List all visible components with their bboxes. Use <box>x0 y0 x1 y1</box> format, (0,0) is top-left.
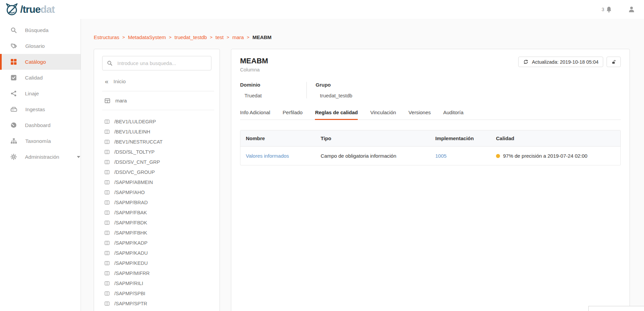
bell-icon <box>606 6 612 13</box>
notifications-button[interactable]: 3 <box>602 6 612 13</box>
updated-label: Actualizada: 2019-10-18 05:04 <box>532 59 598 65</box>
table-row: Valores informados Campo de obligatoria … <box>240 147 620 165</box>
sidebar-item-label: Calidad <box>25 75 43 81</box>
tree-item[interactable]: /SAPMP/SPBI <box>102 288 214 299</box>
column-icon <box>105 210 110 215</box>
tree-item[interactable]: /SAPMP/KEDU <box>102 258 214 268</box>
unlock-icon <box>611 59 616 65</box>
refresh-updated-button[interactable]: Actualizada: 2019-10-18 05:04 <box>518 57 603 67</box>
tree-item[interactable]: /BEV1/NESTRUCCAT <box>102 137 214 147</box>
column-icon <box>105 301 110 306</box>
tree-item-label: /BEV1/LULEINH <box>114 129 150 134</box>
tree-item[interactable]: /SAPMP/RILI <box>102 278 214 288</box>
column-icon <box>105 271 110 276</box>
breadcrumb-separator: > <box>210 35 213 40</box>
user-avatar-icon[interactable] <box>628 6 635 13</box>
tab-versiones[interactable]: Versiones <box>409 110 431 120</box>
field-label: Grupo <box>316 82 352 88</box>
truedat-logo[interactable]: /truedat <box>5 2 55 17</box>
owl-icon <box>5 2 19 17</box>
tab-auditoria[interactable]: Auditoría <box>443 110 463 120</box>
sidebar-item-dashboard[interactable]: Dashboard <box>0 117 81 133</box>
tree-item-label: /BEV1/LULDEGRP <box>114 119 156 124</box>
quality-cell: 97% de precisión a 2019-07-24 02:00 <box>491 147 620 165</box>
tree-item-label: /DSD/SV_CNT_GRP <box>114 159 160 165</box>
lock-toggle-button[interactable] <box>607 57 621 67</box>
breadcrumb-link-mara[interactable]: mara <box>232 34 244 40</box>
tree-item[interactable]: /SAPMP/KADP <box>102 238 214 248</box>
tab-perfilado[interactable]: Perfilado <box>283 110 302 120</box>
sidebar-item-linaje[interactable]: Linaje <box>0 86 81 101</box>
column-icon <box>105 281 110 286</box>
gauge-icon <box>10 122 17 128</box>
tab-vinculacion[interactable]: Vinculación <box>370 110 396 120</box>
tree-item[interactable]: /DSD/VC_GROUP <box>102 167 214 177</box>
column-icon <box>105 190 110 195</box>
field-dominio: Dominio Truedat <box>240 82 307 98</box>
sidebar-item-label: Búsqueda <box>25 27 49 33</box>
tree-item[interactable]: /SAPMP/SPTR <box>102 299 214 309</box>
tree-item[interactable]: /SAPMP/FBAK <box>102 208 214 218</box>
sidebar-item-administracion[interactable]: Administración <box>0 149 81 165</box>
tab-reglas-de-calidad[interactable]: Reglas de calidad <box>315 110 358 120</box>
quality-text: 97% de precisión a 2019-07-24 02:00 <box>503 153 587 159</box>
breadcrumb-link-metadatasystem[interactable]: MetadataSystem <box>128 34 166 40</box>
field-value: truedat_testdb <box>316 93 352 98</box>
tree-item[interactable]: /SAPMP/FBDK <box>102 218 214 228</box>
sidebar-item-busqueda[interactable]: Búsqueda <box>0 22 81 38</box>
breadcrumb-separator: > <box>227 35 229 40</box>
sidebar-item-label: Glosario <box>25 43 45 49</box>
tree-item[interactable]: /BEV1/LULDEGRP <box>102 117 214 127</box>
implementation-link[interactable]: 1005 <box>430 147 491 165</box>
tree-item[interactable]: /BEV1/LULEINH <box>102 127 214 137</box>
column-icon <box>105 200 110 205</box>
breadcrumb-link-truedat-testdb[interactable]: truedat_testdb <box>175 34 207 40</box>
tree-item[interactable]: /SAPMP/AHO <box>102 187 214 197</box>
divider <box>102 110 214 110</box>
sidebar-item-label: Administración <box>25 154 59 160</box>
tree-item-label: /SAPMP/AHO <box>114 190 145 195</box>
tree-item[interactable]: /SAPMP/KADU <box>102 248 214 258</box>
column-icon <box>105 139 110 144</box>
tree-item-label: /SAPMP/MIFRR <box>114 271 150 276</box>
chevron-down-icon <box>77 156 80 158</box>
sidebar-item-label: Dashboard <box>25 122 51 128</box>
tree-item-label: /SAPMP/ABMEIN <box>114 180 153 185</box>
tree-item[interactable]: /DSD/SL_TOLTYP <box>102 147 214 157</box>
sidebar-item-ingestas[interactable]: Ingestas <box>0 101 81 117</box>
tab-info-adicional[interactable]: Info Adicional <box>240 110 270 120</box>
drive-icon <box>10 106 17 113</box>
share-icon <box>10 90 17 97</box>
column-header-implementacion: Implementación <box>430 130 491 146</box>
column-icon <box>105 230 110 235</box>
tree-item-label: /SAPMP/KADP <box>114 240 147 246</box>
tree-item[interactable]: /SAPMP/BRAD <box>102 197 214 208</box>
tree-item[interactable]: /DSD/SV_CNT_GRP <box>102 157 214 167</box>
back-to-inicio-button[interactable]: « Inicio <box>102 79 214 85</box>
search-input[interactable] <box>102 56 211 70</box>
tree-item-label: /DSD/VC_GROUP <box>114 169 155 175</box>
tree-item-list: /BEV1/LULDEGRP /BEV1/LULEINH <box>102 117 214 309</box>
rule-name-link[interactable]: Valores informados <box>240 147 315 165</box>
sidebar-item-calidad[interactable]: Calidad <box>0 70 81 86</box>
sidebar-item-label: Taxonomía <box>25 138 51 144</box>
tree-item-label: /SAPMP/KEDU <box>114 260 148 266</box>
tree-item[interactable]: /SAPMP/FBHK <box>102 228 214 238</box>
sidebar-item-label: Linaje <box>25 91 39 97</box>
tree-parent-mara[interactable]: mara <box>102 98 214 103</box>
tree-item-label: /SAPMP/RILI <box>114 281 143 286</box>
sidebar-item-catalogo[interactable]: Catálogo <box>0 54 81 70</box>
notification-count-badge: 3 <box>602 7 604 12</box>
column-header-calidad: Calidad <box>491 130 620 146</box>
grid-icon <box>10 59 17 65</box>
sitemap-icon <box>10 138 17 144</box>
column-icon <box>105 241 110 245</box>
sidebar-item-glosario[interactable]: Glosario <box>0 38 81 54</box>
sidebar-item-taxonomia[interactable]: Taxonomía <box>0 133 81 149</box>
breadcrumb-link-test[interactable]: test <box>215 34 224 40</box>
breadcrumb-link-estructuras[interactable]: Estructuras <box>94 34 119 40</box>
column-icon <box>105 251 110 255</box>
structure-type-label: Columna <box>240 67 268 72</box>
tree-item[interactable]: /SAPMP/MIFRR <box>102 268 214 278</box>
tree-item[interactable]: /SAPMP/ABMEIN <box>102 177 214 187</box>
